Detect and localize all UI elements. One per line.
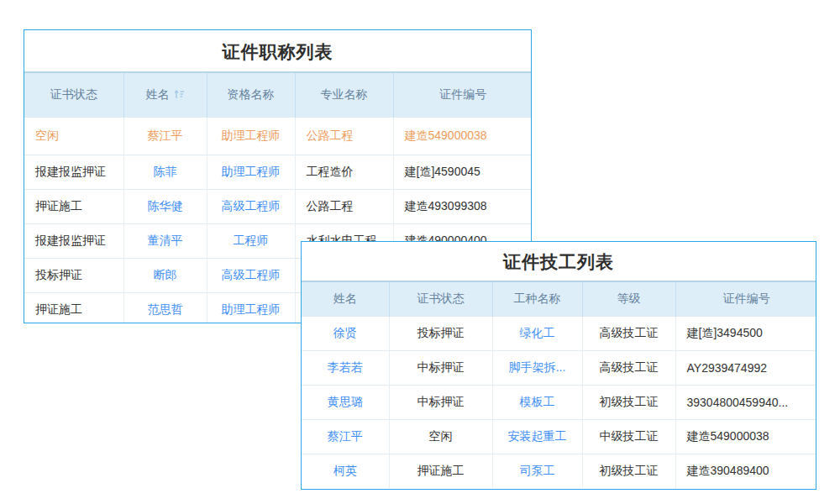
cert-status-cell: 押证施工 xyxy=(24,189,123,223)
column-header-cert-no: 证件编号 xyxy=(393,73,532,117)
qualification-link[interactable]: 助理工程师 xyxy=(207,117,295,155)
qualification-link[interactable]: 助理工程师 xyxy=(207,155,295,189)
worker-cert-table: 姓名 证书状态 工种名称 等级 证件编号 徐贤 投标押证 绿化工 高级技工证 建… xyxy=(302,282,816,488)
column-header-name[interactable]: 姓名 xyxy=(123,73,207,117)
column-header-cert-no: 证件编号 xyxy=(675,282,816,316)
cert-status-cell: 空闲 xyxy=(389,419,492,454)
name-link[interactable]: 黄思璐 xyxy=(302,385,389,419)
column-header-qualification: 资格名称 xyxy=(207,73,295,117)
cert-status-cell: 押证施工 xyxy=(389,454,492,488)
table-row: 李若若 中标押证 脚手架拆... 高级技工证 AY2939474992 xyxy=(302,350,816,385)
column-header-level: 等级 xyxy=(582,282,675,316)
name-link[interactable]: 李若若 xyxy=(302,350,389,385)
name-link[interactable]: 断郎 xyxy=(123,258,207,292)
column-header-job-type: 工种名称 xyxy=(492,282,582,316)
cert-status-cell: 空闲 xyxy=(24,117,123,155)
cert-no-cell: AY2939474992 xyxy=(675,350,816,385)
job-type-link[interactable]: 安装起重工 xyxy=(492,419,582,454)
cert-no-cell: 建造549000038 xyxy=(675,419,816,454)
worker-cert-table-card: 证件技工列表 姓名 证书状态 工种名称 等级 证件编号 徐贤 投标押证 绿化工 … xyxy=(301,241,816,490)
cert-no-cell: 39304800459940... xyxy=(675,385,816,419)
qualification-link[interactable]: 工程师 xyxy=(207,223,295,258)
major-cell: 工程造价 xyxy=(295,155,393,189)
level-cell: 高级技工证 xyxy=(582,316,675,350)
column-header-major: 专业名称 xyxy=(295,73,393,117)
name-link[interactable]: 蔡江平 xyxy=(123,117,207,155)
cert-no-cell: 建造390489400 xyxy=(675,454,816,488)
cert-status-cell: 中标押证 xyxy=(389,350,492,385)
name-link[interactable]: 蔡江平 xyxy=(302,419,389,454)
job-type-link[interactable]: 脚手架拆... xyxy=(492,350,582,385)
cert-no-cell: 建[造]4590045 xyxy=(393,155,532,189)
cert-status-cell: 报建报监押证 xyxy=(24,155,123,189)
job-type-link[interactable]: 绿化工 xyxy=(492,316,582,350)
level-cell: 中级技工证 xyxy=(582,419,675,454)
name-link[interactable]: 柯英 xyxy=(302,454,389,488)
level-cell: 初级技工证 xyxy=(582,385,675,419)
table-row: 黄思璐 中标押证 模板工 初级技工证 39304800459940... xyxy=(302,385,816,419)
name-link[interactable]: 陈华健 xyxy=(123,189,207,223)
cert-status-cell: 报建报监押证 xyxy=(24,223,123,258)
sort-icon[interactable] xyxy=(174,88,185,102)
column-header-cert-status: 证书状态 xyxy=(24,73,123,117)
qualification-link[interactable]: 高级工程师 xyxy=(207,189,295,223)
worker-table-header-row: 姓名 证书状态 工种名称 等级 证件编号 xyxy=(302,282,816,316)
table-row: 押证施工 陈华健 高级工程师 公路工程 建造493099308 xyxy=(24,189,532,223)
table-row: 徐贤 投标押证 绿化工 高级技工证 建[造]3494500 xyxy=(302,316,816,350)
table-row: 蔡江平 空闲 安装起重工 中级技工证 建造549000038 xyxy=(302,419,816,454)
cert-no-cell: 建造493099308 xyxy=(393,189,532,223)
title-table-heading: 证件职称列表 xyxy=(24,30,531,73)
column-header-name: 姓名 xyxy=(302,282,389,316)
cert-no-cell: 建[造]3494500 xyxy=(675,316,816,350)
worker-table-heading: 证件技工列表 xyxy=(302,242,816,282)
column-header-cert-status: 证书状态 xyxy=(389,282,492,316)
title-table-header-row: 证书状态 姓名 资格名称 专业名称 证件编号 xyxy=(24,73,532,117)
cert-status-cell: 押证施工 xyxy=(24,292,123,323)
job-type-link[interactable]: 模板工 xyxy=(492,385,582,419)
major-cell: 公路工程 xyxy=(295,189,393,223)
qualification-link[interactable]: 助理工程师 xyxy=(207,292,295,323)
name-link[interactable]: 董清平 xyxy=(123,223,207,258)
name-link[interactable]: 范思哲 xyxy=(123,292,207,323)
name-link[interactable]: 徐贤 xyxy=(302,316,389,350)
cert-status-cell: 投标押证 xyxy=(389,316,492,350)
table-row: 空闲 蔡江平 助理工程师 公路工程 建造549000038 xyxy=(24,117,532,155)
qualification-link[interactable]: 高级工程师 xyxy=(207,258,295,292)
table-row: 报建报监押证 陈菲 助理工程师 工程造价 建[造]4590045 xyxy=(24,155,532,189)
level-cell: 初级技工证 xyxy=(582,454,675,488)
major-cell: 公路工程 xyxy=(295,117,393,155)
cert-no-cell: 建造549000038 xyxy=(393,117,532,155)
cert-status-cell: 中标押证 xyxy=(389,385,492,419)
name-link[interactable]: 陈菲 xyxy=(123,155,207,189)
job-type-link[interactable]: 司泵工 xyxy=(492,454,582,488)
level-cell: 高级技工证 xyxy=(582,350,675,385)
cert-status-cell: 投标押证 xyxy=(24,258,123,292)
table-row: 柯英 押证施工 司泵工 初级技工证 建造390489400 xyxy=(302,454,816,488)
